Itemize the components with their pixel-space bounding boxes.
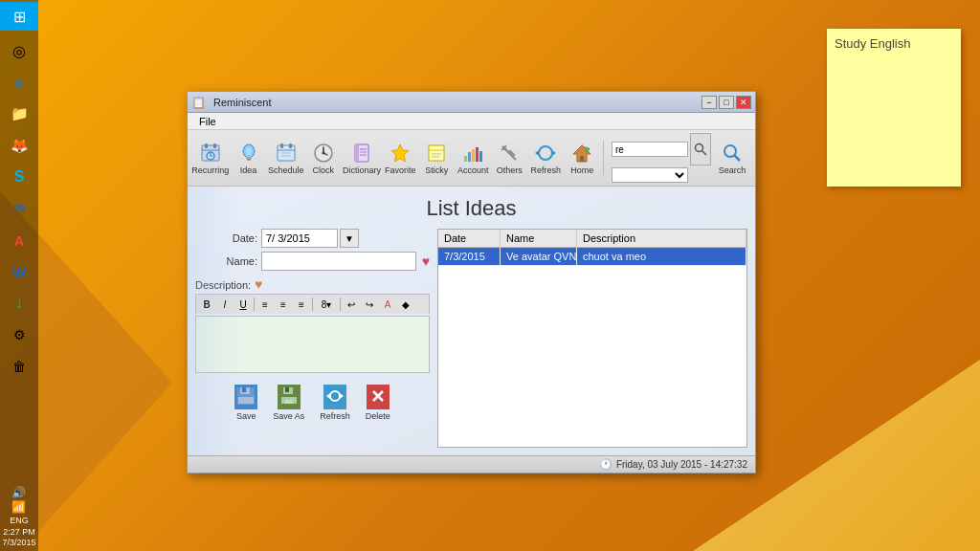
taskbar-acrobat-icon[interactable]: A (4, 225, 34, 255)
window-icon: 📋 (191, 96, 206, 109)
taskbar-left: ⊞ ◎ e 📁 🦊 S ✉ A W ↓ ⚙ 🗑 🔊 📶 ENG 2:27 PM … (0, 0, 38, 551)
font-color-button[interactable]: A (379, 297, 396, 312)
close-button[interactable]: ✕ (736, 96, 751, 109)
taskbar-clock: 🔊 📶 ENG 2:27 PM 7/3/2015 (0, 484, 37, 551)
name-input[interactable] (261, 252, 416, 271)
search-button[interactable] (690, 133, 711, 165)
toolbar-search-button[interactable]: Search (713, 140, 751, 177)
toolbar-others-button[interactable]: Others (492, 140, 526, 177)
sticky-note-text: Study English (835, 36, 953, 51)
bold-button[interactable]: B (198, 297, 215, 312)
minimize-button[interactable]: − (702, 96, 717, 109)
svg-rect-1 (205, 143, 208, 148)
statusbar: 🕐 Friday, 03 July 2015 - 14:27:32 (188, 455, 755, 473)
main-window: 📋 Reminiscent − □ ✕ File Recurring Idea (187, 91, 756, 474)
refresh-icon (534, 142, 557, 165)
font-size-button[interactable]: 8▾ (315, 297, 338, 312)
delete-button[interactable]: Delete (364, 383, 392, 423)
taskbar-settings-icon[interactable]: ⚙ (4, 320, 34, 350)
toolbar-sticky-button[interactable]: Sticky (419, 140, 454, 177)
toolbar-clock-button[interactable]: Clock (306, 140, 341, 177)
taskbar-word-icon[interactable]: W (4, 256, 34, 287)
home-label: Home (570, 165, 593, 175)
save-as-button[interactable]: AS Save As (271, 383, 306, 423)
redo-button[interactable]: ↪ (361, 297, 378, 312)
search-label: Search (719, 165, 746, 175)
window-titlebar: 📋 Reminiscent − □ ✕ (188, 92, 755, 113)
list-panel: Date Name Description 7/3/2015 Ve avatar… (437, 229, 747, 448)
taskbar-trash-icon[interactable]: 🗑 (4, 351, 34, 382)
lang-indicator: ENG (2, 516, 35, 527)
toolbar-home-button[interactable]: Home (565, 140, 599, 177)
taskbar-folder-icon[interactable]: 📁 (4, 99, 34, 129)
svg-rect-10 (280, 143, 283, 148)
col-header-desc: Description (577, 230, 746, 247)
content-title: List Ideas (188, 187, 755, 229)
date-row: Date: ▼ (195, 229, 430, 248)
home-icon (570, 142, 593, 165)
delete-label: Delete (366, 411, 390, 421)
col-header-name: Name (501, 230, 577, 247)
toolbar-dictionary-button[interactable]: Dictionary (343, 140, 381, 177)
idea-icon (237, 142, 260, 165)
sticky-icon (425, 142, 448, 165)
clock-icon (312, 142, 335, 165)
editor-sep-3 (340, 298, 341, 311)
taskbar-network-icon[interactable]: 📶 (2, 500, 35, 516)
toolbar-idea-button[interactable]: Idea (232, 140, 266, 177)
refresh-action-button[interactable]: Refresh (318, 383, 352, 423)
taskbar-chrome-icon[interactable]: ◎ (4, 35, 34, 66)
maximize-button[interactable]: □ (719, 96, 734, 109)
highlight-button[interactable]: ◆ (397, 297, 414, 312)
clock-date: 7/3/2015 (2, 538, 35, 549)
svg-rect-2 (213, 143, 216, 148)
description-section: Description: ♥ B I U ≡ ≡ ≡ 8▾ ↩ (195, 276, 430, 373)
list-cell-desc: chuot va meo (577, 248, 746, 265)
toolbar-schedule-button[interactable]: Schedule (268, 140, 304, 177)
align-right-button[interactable]: ≡ (293, 297, 310, 312)
align-left-button[interactable]: ≡ (256, 297, 274, 312)
list-row[interactable]: 7/3/2015 Ve avatar QVN chuot va meo (438, 248, 746, 266)
svg-rect-31 (472, 149, 475, 162)
undo-button[interactable]: ↩ (343, 297, 360, 312)
taskbar-firefox-icon[interactable]: 🦊 (4, 130, 34, 161)
taskbar-volume-icon[interactable]: 🔊 (2, 486, 35, 501)
date-picker-button[interactable]: ▼ (340, 229, 359, 248)
refresh-label: Refresh (530, 165, 561, 175)
svg-point-8 (246, 147, 252, 155)
sticky-label: Sticky (425, 165, 448, 175)
favorite-icon (389, 142, 412, 165)
toolbar-favorite-button[interactable]: Favorite (383, 140, 417, 177)
align-center-button[interactable]: ≡ (275, 297, 292, 312)
refresh-action-icon (323, 385, 346, 409)
search-input[interactable] (612, 142, 688, 157)
italic-button[interactable]: I (216, 297, 234, 312)
svg-rect-33 (479, 151, 482, 162)
search-icon (721, 142, 744, 165)
taskbar-mail-icon[interactable]: ✉ (4, 193, 34, 224)
search-select[interactable] (612, 167, 688, 183)
file-menu[interactable]: File (191, 115, 224, 128)
save-as-icon: AS (278, 385, 301, 409)
schedule-label: Schedule (268, 165, 304, 175)
col-header-date: Date (438, 230, 501, 247)
underline-button[interactable]: U (234, 297, 252, 312)
editor-area[interactable] (195, 316, 430, 373)
toolbar-refresh-button[interactable]: Refresh (528, 140, 563, 177)
svg-rect-6 (246, 157, 252, 159)
taskbar-skype-icon[interactable]: S (4, 162, 34, 192)
toolbar-account-button[interactable]: Account (456, 140, 490, 177)
editor-toolbar: B I U ≡ ≡ ≡ 8▾ ↩ ↪ A ◆ (195, 294, 430, 314)
date-input[interactable] (261, 229, 338, 248)
editor-sep-1 (254, 298, 255, 311)
svg-point-36 (502, 146, 506, 150)
idea-label: Idea (240, 165, 257, 175)
windows-start-icon[interactable]: ⊞ (0, 2, 38, 31)
refresh-action-label: Refresh (320, 411, 350, 421)
toolbar-recurring-button[interactable]: Recurring (191, 140, 230, 177)
toolbar-separator (603, 141, 604, 175)
schedule-icon (275, 142, 298, 165)
save-button[interactable]: Save (233, 383, 259, 423)
taskbar-download-icon[interactable]: ↓ (4, 288, 34, 319)
taskbar-ie-icon[interactable]: e (4, 67, 34, 98)
